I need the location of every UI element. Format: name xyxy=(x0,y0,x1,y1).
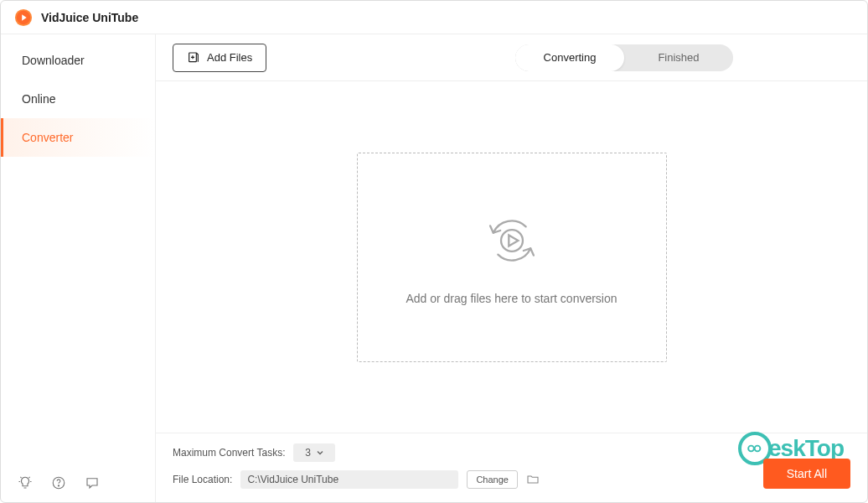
app-logo-icon xyxy=(14,8,33,27)
chevron-down-icon xyxy=(316,449,324,457)
help-icon[interactable] xyxy=(51,475,66,490)
tab-converting[interactable]: Converting xyxy=(515,44,624,71)
svg-point-8 xyxy=(58,485,59,486)
open-folder-icon[interactable] xyxy=(526,473,540,486)
content-area: Add or drag files here to start conversi… xyxy=(156,81,867,433)
titlebar: VidJuice UniTube xyxy=(1,1,867,34)
status-tabs: Converting Finished xyxy=(515,44,733,71)
max-tasks-select[interactable]: 3 xyxy=(293,443,335,462)
file-location-label: File Location: xyxy=(173,474,232,485)
app-title: VidJuice UniTube xyxy=(41,11,138,24)
svg-line-5 xyxy=(20,477,21,478)
sidebar-item-downloader[interactable]: Downloader xyxy=(1,41,155,80)
toolbar: Add Files Converting Finished xyxy=(156,34,867,81)
change-location-button[interactable]: Change xyxy=(467,470,518,489)
nav: Downloader Online Converter xyxy=(1,34,155,464)
bottom-bar: Maximum Convert Tasks: 3 File Location: … xyxy=(156,433,867,502)
feedback-icon[interactable] xyxy=(85,475,100,490)
sidebar: Downloader Online Converter xyxy=(1,34,156,502)
max-tasks-value: 3 xyxy=(305,447,311,459)
dropzone[interactable]: Add or drag files here to start conversi… xyxy=(357,153,667,362)
max-tasks-label: Maximum Convert Tasks: xyxy=(173,447,285,459)
add-files-label: Add Files xyxy=(207,51,252,64)
main: Add Files Converting Finished Add or dra… xyxy=(156,34,867,502)
convert-play-icon xyxy=(481,210,543,272)
lightbulb-icon[interactable] xyxy=(18,475,33,490)
sidebar-item-online[interactable]: Online xyxy=(1,80,155,118)
add-file-icon xyxy=(187,51,200,65)
svg-line-6 xyxy=(29,477,30,478)
tab-finished[interactable]: Finished xyxy=(624,44,733,71)
sidebar-item-converter[interactable]: Converter xyxy=(1,118,155,157)
add-files-button[interactable]: Add Files xyxy=(173,44,266,72)
sidebar-footer xyxy=(1,464,155,502)
dropzone-hint: Add or drag files here to start conversi… xyxy=(406,292,617,305)
file-location-path: C:\VidJuice UniTube xyxy=(240,470,458,489)
start-all-button[interactable]: Start All xyxy=(763,459,850,489)
